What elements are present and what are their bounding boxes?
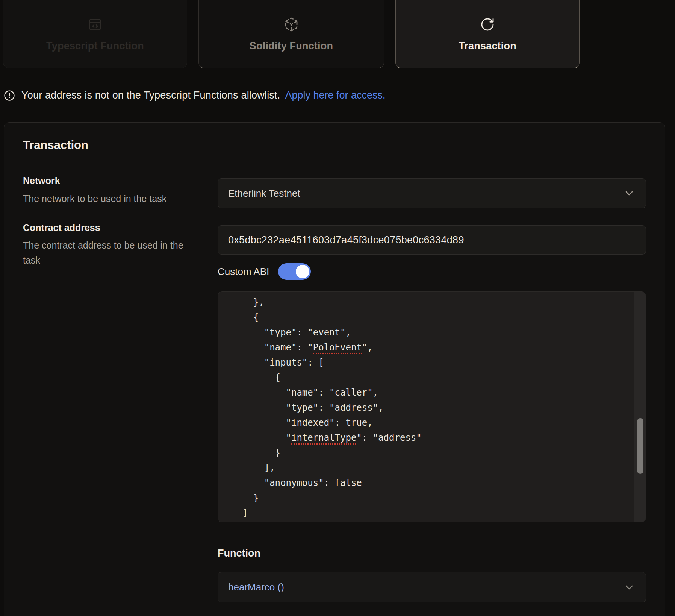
toggle-knob — [296, 265, 309, 278]
warning-text: Your address is not on the Typescript Fu… — [21, 90, 280, 101]
function-select[interactable]: hearMarco () — [218, 572, 646, 602]
tab-label: Solidity Function — [250, 40, 333, 52]
tab-transaction[interactable]: Transaction — [395, 0, 580, 68]
network-select[interactable]: Etherlink Testnet — [218, 178, 646, 208]
editor-scrollbar-track[interactable] — [634, 292, 646, 522]
network-description: The network to be used in the task — [23, 191, 200, 206]
function-selected-value: hearMarco () — [218, 581, 284, 593]
chevron-down-icon — [623, 187, 635, 199]
contract-address-description: The contract address to be used in the t… — [23, 238, 200, 268]
transaction-panel: Transaction Network The network to be us… — [4, 122, 665, 616]
network-selected-value: Etherlink Testnet — [218, 188, 300, 199]
network-label: Network — [23, 175, 60, 186]
contract-address-label: Contract address — [23, 222, 100, 233]
contract-address-input[interactable]: 0x5dbc232ae4511603d7a45f3dce075be0c6334d… — [218, 225, 646, 255]
task-builder-screen: Typescript Function Solidity Function Tr… — [0, 0, 675, 616]
apply-access-link[interactable]: Apply here for access. — [285, 90, 385, 101]
tab-label: Typescript Function — [46, 40, 144, 52]
contract-address-value: 0x5dbc232ae4511603d7a45f3dce075be0c6334d… — [218, 234, 464, 246]
code-window-icon — [88, 17, 103, 32]
allowlist-warning: Your address is not on the Typescript Fu… — [4, 90, 386, 101]
abi-code-editor[interactable]: }, { "type": "event", "name": "PoloEvent… — [218, 291, 646, 522]
task-type-tabs: Typescript Function Solidity Function Tr… — [3, 0, 580, 68]
editor-scrollbar-thumb[interactable] — [637, 418, 643, 474]
dashed-box-icon — [284, 17, 299, 32]
custom-abi-row: Custom ABI — [218, 262, 311, 281]
tab-solidity-function[interactable]: Solidity Function — [198, 0, 384, 68]
panel-title: Transaction — [23, 138, 88, 152]
abi-code[interactable]: }, { "type": "event", "name": "PoloEvent… — [218, 292, 646, 520]
chevron-down-icon — [623, 581, 635, 593]
function-label: Function — [218, 548, 260, 559]
tab-typescript-function[interactable]: Typescript Function — [3, 0, 187, 68]
rotate-cw-icon — [480, 17, 495, 32]
alert-circle-icon — [4, 90, 15, 101]
custom-abi-label: Custom ABI — [218, 266, 269, 278]
tab-label: Transaction — [459, 40, 516, 52]
custom-abi-toggle[interactable] — [278, 263, 311, 280]
